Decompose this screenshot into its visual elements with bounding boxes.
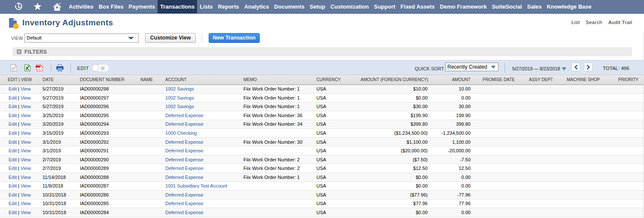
svg-text:1: 1 bbox=[15, 24, 17, 28]
